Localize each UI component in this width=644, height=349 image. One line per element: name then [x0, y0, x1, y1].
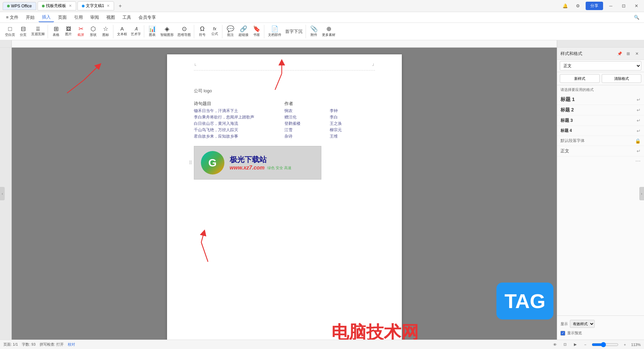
menu-vip[interactable]: 会员专享 [135, 13, 159, 22]
show-preview-row: ✓ 显示预览 [560, 329, 641, 337]
panel-expand-button[interactable]: ⊞ [625, 50, 632, 57]
zoom-slider[interactable] [592, 342, 619, 347]
page-info: 页面: 1/1 [3, 342, 18, 347]
share-button[interactable]: 分享 [586, 2, 603, 10]
notification-icon[interactable]: 🔔 [560, 1, 570, 11]
play-icon[interactable]: ▶ [572, 341, 579, 348]
toolbar-image[interactable]: 🖼 图片 [62, 25, 74, 38]
minimize-button[interactable]: ─ [606, 1, 616, 11]
zoom-out-icon[interactable]: − [582, 341, 589, 348]
tab-dot-wps [7, 5, 10, 7]
toolbar-icon[interactable]: ☆ 图标 [100, 25, 112, 38]
toolbar-table[interactable]: ⊞ 表格 [50, 25, 62, 38]
tab-doc[interactable]: 文字文稿1 ✕ [77, 1, 114, 10]
layout-icon[interactable]: ⊡ [561, 341, 569, 348]
ruler[interactable] [12, 40, 557, 47]
toolbar-hyperlink[interactable]: 🔗 超链接 [237, 25, 250, 38]
toolbar-header-footer[interactable]: ☰ 页眉页脚 [30, 26, 46, 38]
toolbar-more-media[interactable]: ⊕ 更多素材 [320, 25, 337, 38]
toolbar-blank-page[interactable]: □ 空白页 [3, 25, 17, 38]
menu-tools[interactable]: 工具 [119, 13, 135, 22]
toolbar-symbol[interactable]: Ω 符号 [196, 25, 208, 38]
toolbar-formula[interactable]: fx 公式 [209, 26, 221, 37]
show-preview-label: 显示预览 [567, 331, 582, 336]
toolbar-textbox[interactable]: A 文本框 [115, 25, 129, 38]
menu-insert[interactable]: 插入 [39, 13, 54, 22]
word-count: 字数: 93 [22, 342, 35, 347]
menu-view[interactable]: 视图 [103, 13, 118, 22]
tab-template[interactable]: 找板壳模板 ✕ [38, 1, 76, 10]
panel-controls: 📌 ⊞ ✕ [616, 50, 641, 57]
clear-format-button[interactable]: 清除格式 [602, 74, 642, 83]
panel-close-button[interactable]: ✕ [633, 50, 641, 57]
tab-wps[interactable]: WPS Office [3, 2, 36, 10]
left-collapse-button[interactable]: ‹ [0, 187, 5, 200]
settings-icon[interactable]: ⚙ [573, 1, 583, 11]
document-area[interactable]: └ ┘ 公司 logo 诗句题目 作者 锄禾日当午，汗滴禾下土 悯农 李钟 [12, 48, 557, 340]
toolbar-screenshot[interactable]: ✂ 截屏 [75, 25, 87, 38]
toolbar-mind-map[interactable]: ⊙ 思维导图 [176, 25, 193, 38]
image-wrapper: ⠿ G 极光下载站 www.xz7.com 绿色 安全 高速 [194, 146, 375, 180]
restore-button[interactable]: ⊡ [619, 1, 629, 11]
toolbar-attachment[interactable]: 📎 附件 [308, 25, 320, 38]
statusbar-right: 👁 ⊡ ▶ − + 113% [551, 341, 641, 348]
more-options-icon[interactable]: ⋯ [635, 158, 641, 164]
logo-circle-icon: G [201, 151, 224, 174]
eye-icon[interactable]: 👁 [551, 341, 559, 348]
toolbar-chart[interactable]: 📊 图表 [146, 25, 158, 38]
toolbar-doc-part[interactable]: 📄 文档部件 [266, 25, 283, 38]
proofread-link[interactable]: 校对 [68, 342, 75, 347]
document-page: └ ┘ 公司 logo 诗句题目 作者 锄禾日当午，汗滴禾下土 悯农 李钟 [167, 54, 402, 340]
styles-panel: 样式和格式 📌 ⊞ ✕ 正文 新样式 清除格式 请选择要应用的格式 标题 1 ↵… [557, 48, 644, 340]
poem-row5-author: 王维 [330, 134, 375, 139]
style-item-normal[interactable]: 正文 ↵ [557, 146, 644, 156]
symbol-icon: Ω [200, 26, 204, 32]
ruler-area [0, 40, 644, 48]
poem-col-extra [330, 101, 375, 107]
new-tab-button[interactable]: + [115, 1, 125, 11]
menu-file[interactable]: ≡ 文件 [3, 13, 22, 22]
toolbar-art-text[interactable]: Ａ 艺术字 [129, 25, 143, 38]
company-logo-text: 公司 logo [194, 88, 212, 93]
tab-close-doc[interactable]: ✕ [107, 4, 110, 8]
tab-wps-label: WPS Office [11, 4, 32, 8]
zoom-in-icon[interactable]: + [621, 341, 629, 348]
tag-label: TAG [504, 290, 545, 313]
style-name-normal: 正文 [560, 148, 569, 154]
menu-reference[interactable]: 引用 [71, 13, 86, 22]
more-media-icon: ⊕ [326, 26, 331, 32]
right-collapse-button[interactable]: › [639, 187, 644, 200]
toolbar-drop-cap[interactable]: 首字下沉 [283, 28, 304, 35]
toolbar-page-break[interactable]: ⊟ 分页 [17, 25, 29, 38]
panel-pin-button[interactable]: 📌 [616, 50, 623, 57]
drag-handle[interactable]: ⠿ [189, 160, 192, 165]
toolbar-comment[interactable]: 💬 批注 [224, 25, 236, 38]
new-style-button[interactable]: 新样式 [560, 74, 600, 83]
style-item-h3[interactable]: 标题 3 ↵ [557, 115, 644, 126]
display-select[interactable]: 有效样式 [570, 320, 595, 328]
style-item-h4[interactable]: 标题 4 ↵ [557, 126, 644, 136]
menu-review[interactable]: 审阅 [87, 13, 102, 22]
toolbar-bookmark[interactable]: 🔖 书签 [251, 25, 263, 38]
style-item-default[interactable]: 默认段落字体 🔒 [557, 136, 644, 146]
logo-url-text: www.xz7.com [230, 165, 265, 171]
menu-search-icon[interactable]: 🔍 [632, 13, 641, 22]
toolbar-smart-art[interactable]: ◈ 智能图形 [159, 25, 175, 38]
current-style-dropdown[interactable]: 正文 [560, 61, 641, 70]
header-right-mark: ┘ [372, 63, 375, 67]
close-button[interactable]: ✕ [631, 1, 641, 11]
tab-close-template[interactable]: ✕ [69, 4, 72, 8]
tag-badge: TAG [496, 283, 553, 319]
menu-page[interactable]: 页面 [55, 13, 70, 22]
menu-start[interactable]: 开始 [22, 13, 38, 22]
toolbar-shape[interactable]: ⬡ 形状 [87, 25, 99, 38]
style-item-h2[interactable]: 标题 2 ↵ [557, 105, 644, 115]
attachment-icon: 📎 [310, 26, 318, 32]
ruler-right-space [557, 40, 644, 47]
show-preview-checkbox[interactable]: ✓ [560, 331, 565, 336]
inserted-image[interactable]: G 极光下载站 www.xz7.com 绿色 安全 高速 [194, 146, 321, 180]
poem-row5-title: 君自故乡来，应知故乡事 [194, 134, 284, 139]
style-item-h1[interactable]: 标题 1 ↵ [557, 94, 644, 105]
company-logo-area: 公司 logo [194, 88, 375, 94]
poem-row1-title: 锄禾日当午，汗滴禾下土 [194, 108, 284, 114]
